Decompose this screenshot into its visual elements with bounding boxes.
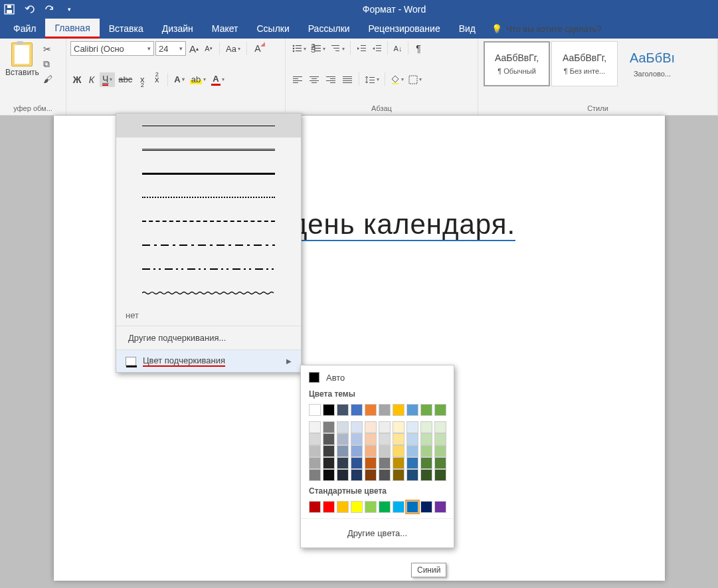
color-swatch[interactable] <box>309 501 321 513</box>
align-right-icon[interactable] <box>323 72 339 87</box>
color-swatch[interactable] <box>337 445 349 457</box>
bold-button[interactable]: Ж <box>70 72 84 87</box>
color-swatch[interactable] <box>337 457 349 469</box>
color-swatch[interactable] <box>337 433 349 445</box>
style-heading[interactable]: АаБбВıЗаголово... <box>619 41 685 86</box>
color-swatch[interactable] <box>365 469 377 481</box>
color-swatch[interactable] <box>365 457 377 469</box>
underline-dashed[interactable] <box>116 209 301 233</box>
color-swatch[interactable] <box>393 501 404 513</box>
color-swatch[interactable] <box>434 433 446 445</box>
strike-button[interactable]: abc <box>116 72 134 87</box>
color-swatch[interactable] <box>323 469 335 481</box>
tab-file[interactable]: Файл <box>4 19 45 39</box>
color-swatch[interactable] <box>309 433 321 445</box>
color-swatch[interactable] <box>434 501 446 513</box>
color-swatch[interactable] <box>309 445 321 457</box>
multilevel-button[interactable]: ▾ <box>328 41 347 56</box>
color-swatch[interactable] <box>379 445 391 457</box>
show-marks-icon[interactable]: ¶ <box>412 41 425 56</box>
decrease-indent-icon[interactable] <box>354 41 369 56</box>
underline-none[interactable]: нет <box>116 305 301 326</box>
color-swatch[interactable] <box>379 433 391 445</box>
underline-more[interactable]: Другие подчеркивания... <box>116 326 301 349</box>
tab-references[interactable]: Ссылки <box>247 19 298 39</box>
color-swatch[interactable] <box>351 433 363 445</box>
color-swatch[interactable] <box>351 404 363 416</box>
underline-dotted[interactable] <box>116 185 301 209</box>
color-swatch[interactable] <box>420 433 432 445</box>
color-swatch[interactable] <box>393 421 404 433</box>
color-swatch[interactable] <box>406 469 418 481</box>
color-swatch[interactable] <box>406 421 418 433</box>
color-swatch[interactable] <box>393 404 404 416</box>
color-swatch[interactable] <box>393 445 404 457</box>
color-swatch[interactable] <box>406 445 418 457</box>
italic-button[interactable]: К <box>85 72 98 87</box>
font-color-button[interactable]: A▾ <box>209 72 226 87</box>
align-justify-icon[interactable] <box>339 72 355 87</box>
sort-button[interactable]: A↓ <box>391 41 404 56</box>
underline-color-item[interactable]: Цвет подчеркивания ▶ <box>116 349 301 372</box>
bullets-button[interactable]: ▾ <box>290 41 308 56</box>
increase-indent-icon[interactable] <box>369 41 384 56</box>
color-swatch[interactable] <box>365 445 377 457</box>
underline-double[interactable] <box>116 138 301 161</box>
subscript-button[interactable]: x <box>135 72 149 87</box>
highlight-button[interactable]: ab▾ <box>188 72 208 87</box>
color-swatch[interactable] <box>420 421 432 433</box>
color-swatch[interactable] <box>434 445 446 457</box>
document-text[interactable]: й день календаря. <box>266 209 516 241</box>
color-swatch[interactable] <box>323 445 335 457</box>
color-swatch[interactable] <box>434 421 446 433</box>
tab-review[interactable]: Рецензирование <box>359 19 450 39</box>
color-swatch[interactable] <box>337 501 349 513</box>
line-spacing-button[interactable]: ▾ <box>363 72 381 87</box>
color-swatch[interactable] <box>309 404 321 416</box>
align-center-icon[interactable] <box>306 72 322 87</box>
color-swatch[interactable] <box>420 404 432 416</box>
color-swatch[interactable] <box>420 457 432 469</box>
underline-wave[interactable] <box>116 281 301 305</box>
color-swatch[interactable] <box>379 421 391 433</box>
style-normal[interactable]: АаБбВвГг,¶ Обычный <box>484 41 550 86</box>
undo-icon[interactable] <box>24 4 35 15</box>
color-swatch[interactable] <box>379 457 391 469</box>
tab-layout[interactable]: Макет <box>203 19 248 39</box>
tell-me[interactable]: 💡Что вы хотите сделать? <box>485 19 608 39</box>
change-case-button[interactable]: Aa▾ <box>224 41 242 56</box>
tab-mailings[interactable]: Рассылки <box>299 19 359 39</box>
underline-single[interactable] <box>116 114 301 138</box>
font-size-combo[interactable]: 24▾ <box>155 41 186 56</box>
underline-thick[interactable] <box>116 161 301 185</box>
color-swatch[interactable] <box>379 469 391 481</box>
color-swatch[interactable] <box>351 445 363 457</box>
color-swatch[interactable] <box>337 469 349 481</box>
color-swatch[interactable] <box>309 469 321 481</box>
color-swatch[interactable] <box>393 469 404 481</box>
color-swatch[interactable] <box>434 457 446 469</box>
font-name-combo[interactable]: Calibri (Осно▾ <box>70 41 154 56</box>
color-swatch[interactable] <box>337 421 349 433</box>
color-swatch[interactable] <box>406 457 418 469</box>
color-swatch[interactable] <box>420 501 432 513</box>
tab-design[interactable]: Дизайн <box>153 19 203 39</box>
color-swatch[interactable] <box>365 433 377 445</box>
qat-dropdown-icon[interactable]: ▾ <box>64 4 74 15</box>
save-icon[interactable] <box>4 4 15 15</box>
color-swatch[interactable] <box>323 421 335 433</box>
more-colors[interactable]: Другие цвета... <box>301 523 454 543</box>
color-swatch[interactable] <box>434 469 446 481</box>
color-swatch[interactable] <box>379 404 391 416</box>
color-swatch[interactable] <box>434 404 446 416</box>
color-swatch[interactable] <box>323 433 335 445</box>
color-swatch[interactable] <box>393 457 404 469</box>
color-swatch[interactable] <box>351 469 363 481</box>
color-swatch[interactable] <box>406 404 418 416</box>
align-left-icon[interactable] <box>290 72 306 87</box>
numbering-button[interactable]: 123▾ <box>309 41 327 56</box>
shrink-font-icon[interactable]: A▾ <box>202 41 215 56</box>
color-swatch[interactable] <box>351 421 363 433</box>
color-swatch[interactable] <box>365 501 377 513</box>
paste-button[interactable]: Вставить <box>4 41 41 84</box>
